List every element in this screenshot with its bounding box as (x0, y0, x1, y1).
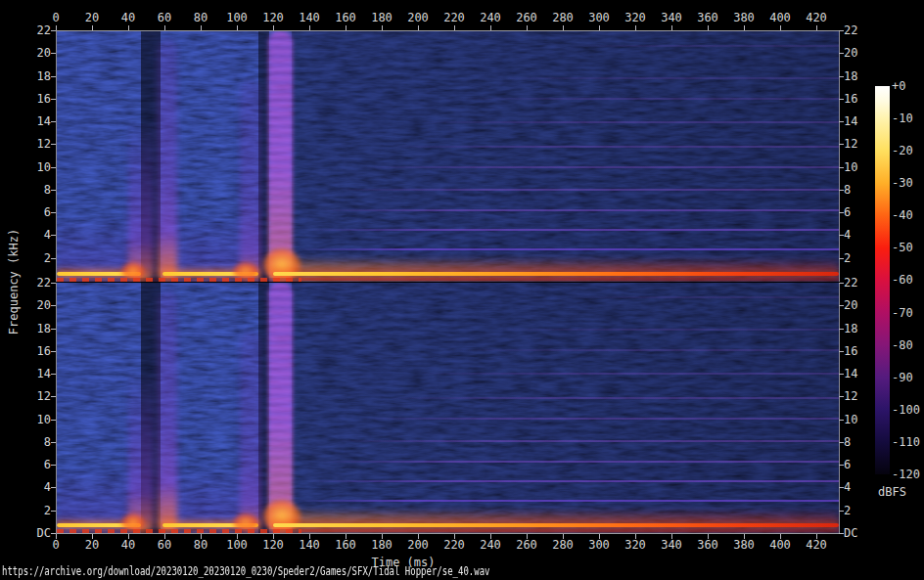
freq-tick-label: 2 (14, 504, 51, 517)
freq-tick-label: 14 (844, 367, 857, 380)
burst3-bottom-blob (262, 500, 301, 533)
time-tick-label: 260 (516, 11, 537, 24)
colorbar-tick-label: -20 (892, 144, 913, 157)
colorbar-tick-label: -40 (892, 208, 913, 222)
time-axis-tick (744, 534, 745, 539)
burst3-bottom-blob (262, 248, 301, 282)
freq-tick-label: 12 (844, 137, 857, 151)
harmonic-line (419, 373, 839, 375)
harmonic-line (319, 209, 839, 211)
time-tick-label: 220 (443, 11, 465, 24)
freq-tick-label: 8 (14, 183, 51, 197)
freq-tick-label: 10 (844, 413, 857, 426)
time-tick-label: 120 (262, 538, 284, 552)
colorbar-tick-label: -50 (892, 241, 913, 254)
colorbar-tick-label: -90 (892, 371, 913, 384)
freq-tick-label: 2 (844, 504, 851, 517)
time-tick-label: 60 (158, 538, 171, 552)
time-tick-label: 60 (158, 11, 171, 24)
freq-tick-label: 2 (844, 251, 851, 265)
harmonic-line (390, 397, 839, 399)
freq-tick-label: 6 (844, 205, 851, 219)
freq-tick-label: DC (14, 526, 51, 540)
time-tick-label: 0 (52, 11, 59, 24)
time-axis-tick (237, 534, 238, 539)
harmonic-line (566, 296, 839, 298)
harmonic-line (566, 45, 839, 47)
time-tick-label: 0 (52, 538, 59, 552)
harmonic-line (360, 418, 839, 420)
time-tick-label: 40 (121, 538, 135, 552)
spectrogram-channel-2 (56, 283, 840, 534)
time-tick-label: 400 (769, 11, 791, 24)
freq-tick-label: 8 (14, 435, 51, 449)
colorbar-tick-label: -30 (892, 176, 913, 190)
bottom-dash-tail (301, 529, 839, 532)
time-axis-tick (599, 534, 600, 539)
time-axis-tick (346, 534, 346, 539)
time-axis-tick (563, 534, 564, 539)
colorbar-tick-label: -100 (892, 403, 920, 417)
harmonic-line (390, 146, 839, 148)
time-axis-tick (780, 534, 781, 539)
time-tick-label: 420 (806, 538, 827, 552)
harmonic-line (306, 480, 839, 482)
freq-tick-label: 12 (14, 137, 51, 151)
freq-tick-label: 6 (14, 458, 51, 471)
time-axis-tick (527, 534, 528, 539)
time-tick-label: 380 (733, 11, 755, 24)
harmonic-line (497, 329, 839, 331)
harmonic-line (458, 98, 839, 100)
time-axis-tick (92, 534, 93, 539)
time-tick-label: 120 (262, 11, 284, 24)
burst2-onset-plume (158, 290, 177, 533)
time-tick-label: 340 (661, 11, 682, 24)
time-tick-label: 20 (85, 538, 99, 552)
freq-tick-label: 16 (14, 92, 51, 106)
time-tick-label: 240 (480, 538, 501, 552)
freq-tick-label: 18 (844, 322, 857, 335)
harmonic-line (458, 349, 839, 351)
time-tick-label: 400 (769, 538, 791, 552)
time-tick-label: 320 (624, 538, 646, 552)
time-axis-tick (56, 534, 57, 539)
time-axis-tick (490, 534, 491, 539)
time-axis-tick (273, 534, 274, 539)
freq-tick-label: 4 (14, 480, 51, 494)
freq-tick-label: 6 (14, 205, 51, 219)
harmonic-line (297, 248, 839, 250)
freq-tick-label: 4 (844, 228, 851, 242)
time-tick-label: 80 (194, 538, 208, 552)
freq-tick-label: 14 (14, 114, 51, 128)
burst2-release-plume (240, 332, 261, 533)
colorbar-tick-label: -70 (892, 306, 913, 320)
time-tick-label: 140 (299, 11, 320, 24)
decay-region-dim (292, 283, 839, 533)
time-tick-label: 40 (121, 11, 135, 24)
colorbar-tick-label: -10 (892, 112, 913, 125)
time-tick-label: 380 (733, 538, 755, 552)
freq-tick-label: 18 (14, 69, 51, 83)
freq-tick-label: 8 (844, 183, 851, 197)
colorbar-unit: dBFS (878, 485, 906, 499)
time-tick-label: 360 (697, 538, 718, 552)
time-tick-label: 260 (516, 538, 537, 552)
time-tick-label: 360 (697, 11, 718, 24)
burst2-release-plume (240, 80, 261, 282)
time-tick-label: 180 (371, 538, 393, 552)
freq-tick-label: 16 (14, 344, 51, 358)
freq-tick-label: 12 (14, 389, 51, 403)
time-tick-label: 300 (588, 11, 610, 24)
time-tick-label: 340 (661, 538, 682, 552)
freq-tick-label: 22 (844, 276, 857, 290)
time-tick-label: 180 (371, 11, 393, 24)
freq-tick-label: 20 (844, 46, 857, 60)
bottom-dash-tail (301, 278, 839, 281)
freq-tick-label: DC (844, 526, 857, 540)
time-axis-tick (671, 534, 672, 539)
decay-region-dim (292, 31, 839, 282)
colorbar-tick-label: -110 (892, 435, 920, 449)
time-axis-tick (128, 534, 129, 539)
y-axis-title: Frequency (kHz) (7, 218, 21, 345)
time-tick-label: 200 (407, 538, 429, 552)
